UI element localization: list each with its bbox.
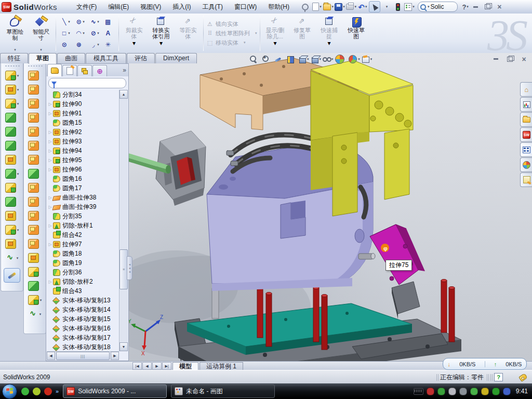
ribbon-stack-button[interactable]: ⚠ 镜向实体 ▾ bbox=[206, 20, 257, 28]
print-button[interactable]: ▾ bbox=[346, 2, 356, 12]
hud-button[interactable]: ▾ bbox=[249, 55, 260, 63]
task-pane-tab[interactable] bbox=[520, 157, 532, 172]
doc-close-button[interactable]: × bbox=[519, 55, 529, 63]
last-tab-button[interactable]: ▶| bbox=[162, 362, 171, 370]
toolbar-button[interactable]: ▾ bbox=[1, 139, 23, 153]
tree-item[interactable]: ▷ 实体-移动/复制13 bbox=[47, 296, 119, 305]
toolbar-button[interactable]: ▾ bbox=[24, 237, 46, 251]
pin-icon[interactable] bbox=[300, 2, 311, 12]
tree-item[interactable]: ▷ 切除-放样2 bbox=[47, 277, 119, 286]
user-status-icon[interactable] bbox=[503, 388, 511, 395]
tree-item[interactable]: ▷ 切除-放样1 bbox=[47, 221, 119, 230]
toolbar-button[interactable]: ▾ bbox=[24, 209, 46, 223]
tree-item[interactable]: ▷ 拉伸94 bbox=[47, 146, 119, 155]
sketch-tool-button[interactable]: ▩▾ bbox=[102, 16, 116, 28]
tree-item[interactable]: ▷ 实体-移动/复制16 bbox=[47, 324, 119, 333]
tree-item[interactable]: ▷ 拉伸97 bbox=[47, 240, 119, 249]
tree-item[interactable]: ▷ 圆角17 bbox=[47, 183, 119, 193]
feature-manager-tab[interactable] bbox=[47, 64, 62, 76]
volume-icon[interactable] bbox=[459, 388, 467, 395]
green-arrow-icon[interactable] bbox=[470, 388, 478, 395]
property-manager-tab[interactable] bbox=[62, 65, 77, 76]
toolbar-button[interactable]: ▾ bbox=[24, 97, 46, 111]
tree-item[interactable]: ▷ 拉伸95 bbox=[47, 155, 119, 165]
task-pane-tab[interactable] bbox=[520, 172, 532, 187]
task-pane-tab[interactable]: ⌂ bbox=[520, 82, 532, 97]
tree-item[interactable]: ▷ 曲面-拉伸39 bbox=[47, 202, 119, 211]
first-tab-button[interactable]: |◀ bbox=[132, 362, 142, 370]
toolbar-button[interactable]: ▾ bbox=[1, 237, 23, 251]
ribbon-mid-button[interactable]: 剪裁实 体 ▾ bbox=[121, 14, 148, 53]
toolbar-button[interactable]: ▾ bbox=[1, 167, 23, 181]
model-tab[interactable]: 模型 bbox=[172, 362, 198, 370]
antivirus-sphere-icon[interactable] bbox=[33, 388, 41, 395]
solidworks-shortcut-icon[interactable] bbox=[44, 388, 52, 395]
hscroll-thumb[interactable]: ||| bbox=[56, 352, 110, 360]
toolbar-button[interactable]: ▾ bbox=[24, 181, 46, 195]
toolbar-button[interactable]: ▾ bbox=[1, 181, 23, 195]
rebuild-button[interactable] bbox=[393, 2, 403, 12]
toolbar-button[interactable]: ▾ bbox=[24, 195, 46, 209]
ribbon-stack-button[interactable]: ⬚ 移动实体 ▾ bbox=[206, 39, 257, 47]
help-button[interactable]: ? bbox=[462, 3, 466, 11]
tree-vertical-scrollbar[interactable]: ▲ ≡ ▼ bbox=[119, 90, 128, 351]
prev-tab-button[interactable]: ◀ bbox=[142, 362, 152, 370]
menu-item[interactable]: 插入(I) bbox=[167, 1, 196, 12]
undo-button[interactable]: ↶▾ bbox=[357, 2, 368, 12]
shield-green-icon[interactable] bbox=[437, 388, 445, 395]
task-pane-tab[interactable]: SW bbox=[520, 127, 532, 142]
doc-minimize-button[interactable] bbox=[491, 55, 501, 63]
select-dropdown[interactable]: ▾ bbox=[381, 2, 392, 12]
network-speed-widget[interactable]: ↓ 0KB/S ↑ 0KB/S bbox=[443, 358, 527, 370]
hud-button[interactable]: ▾ bbox=[286, 55, 297, 63]
model-tab[interactable]: 运动算例 1 bbox=[200, 362, 243, 370]
tree-item[interactable]: ▷ 分割36 bbox=[47, 268, 119, 277]
tree-item[interactable]: ▷ 圆角16 bbox=[47, 174, 119, 183]
close-button[interactable]: × bbox=[495, 3, 504, 11]
toolbar-button[interactable]: ▾ bbox=[1, 209, 23, 223]
select-tool-button[interactable] bbox=[369, 1, 380, 12]
ribbon-stack-button[interactable]: ⠿ 线性草图阵列 ▾ bbox=[206, 30, 257, 37]
messenger-icon[interactable] bbox=[21, 388, 29, 395]
panel-splitter-handle[interactable]: ◂◂◂ bbox=[127, 256, 132, 280]
options-button[interactable]: ▾ bbox=[404, 2, 415, 12]
restore-button[interactable] bbox=[483, 3, 493, 11]
instant3d-button-pressed[interactable] bbox=[4, 268, 20, 283]
language-keyboard-icon[interactable] bbox=[414, 388, 423, 395]
tree-item[interactable]: ▷ 拉伸90 bbox=[47, 99, 119, 109]
tree-horizontal-scrollbar[interactable]: ◀ ||| ▶ bbox=[47, 351, 119, 360]
hud-button[interactable]: ▾ bbox=[274, 55, 285, 63]
sketch-tool-button[interactable]: A▾ bbox=[102, 28, 116, 39]
tree-item[interactable]: ▷ 分割34 bbox=[47, 90, 119, 99]
task-button[interactable]: SW SolidWorks 2009 - ... bbox=[63, 384, 167, 398]
toolbar-button[interactable]: ▾ bbox=[24, 223, 46, 237]
tree-item[interactable]: ▷ 拉伸93 bbox=[47, 137, 119, 146]
hud-button[interactable]: ▾ bbox=[298, 55, 309, 63]
sketch-tool-button[interactable]: ⊘▾ bbox=[88, 28, 101, 39]
open-button[interactable]: ▾ bbox=[323, 2, 334, 12]
ribbon-mid-button[interactable]: 转换实 体引用 ▾ bbox=[148, 14, 175, 53]
quick-tips-button[interactable]: ? bbox=[494, 373, 503, 381]
toolbar-grip[interactable] bbox=[27, 64, 43, 68]
toolbar-button[interactable]: ▾ bbox=[1, 195, 23, 209]
start-button[interactable] bbox=[2, 384, 17, 399]
dimxpert-manager-tab[interactable]: ⊕ bbox=[92, 65, 107, 76]
sketch-tool-button[interactable]: ✳▾ bbox=[102, 39, 116, 50]
tree-item[interactable]: ▷ 拉伸96 bbox=[47, 165, 119, 174]
tree-item[interactable]: ▷ 实体-移动/复制14 bbox=[47, 305, 119, 314]
toolbar-button[interactable]: ▾ bbox=[24, 111, 46, 125]
hud-button[interactable]: ▾ bbox=[348, 55, 360, 64]
toolbar-button[interactable]: ▾ bbox=[24, 153, 46, 167]
sketch-tool-button[interactable]: ⊕▾ bbox=[73, 39, 87, 50]
tree-item[interactable]: ▷ 拉伸91 bbox=[47, 109, 119, 118]
toolbar-button[interactable]: ▾ bbox=[1, 125, 23, 139]
hud-button[interactable]: ▾ bbox=[335, 55, 347, 64]
doc-restore-button[interactable] bbox=[505, 55, 515, 63]
sketch-tool-button[interactable]: ⊙▾ bbox=[73, 16, 87, 28]
ribbon-right-button[interactable]: 显示/删 除几... ▾ bbox=[262, 14, 289, 53]
tree-item[interactable]: ▷ 分割35 bbox=[47, 211, 119, 221]
toolbar-button[interactable]: ▾ bbox=[24, 265, 46, 279]
toolbar-button[interactable]: ▾ bbox=[1, 223, 23, 237]
toolbar-button[interactable]: ▾ bbox=[1, 69, 23, 83]
toolbar-button[interactable]: ▾ bbox=[24, 139, 46, 153]
